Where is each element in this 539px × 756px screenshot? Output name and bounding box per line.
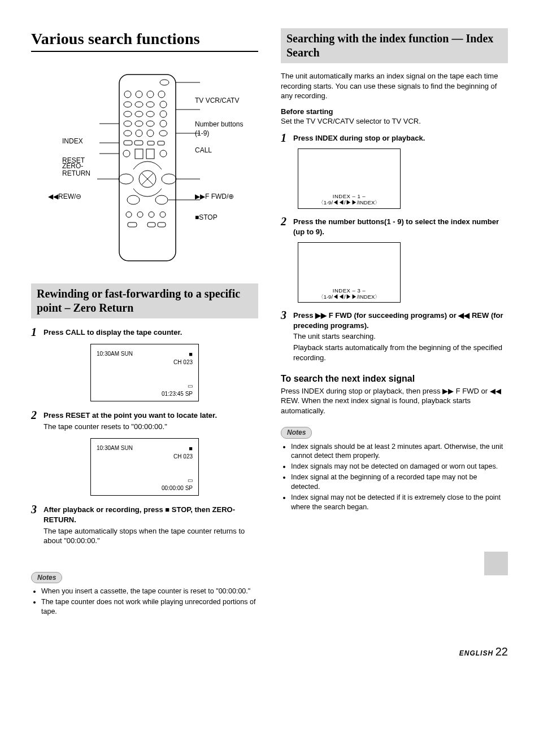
osd2-time: 10:30AM SUN <box>97 444 133 452</box>
label-tvvcrcatv: TV VCR/CATV <box>195 96 239 105</box>
thumb-icon <box>484 552 508 575</box>
footer-page-number: 22 <box>495 645 508 658</box>
svg-point-14 <box>124 121 132 126</box>
is-notes: Index signals should be at least 2 minut… <box>281 442 508 512</box>
svg-rect-41 <box>128 222 137 227</box>
zr-step-1: 1 Press CALL to display the tape counter… <box>31 326 258 339</box>
svg-point-36 <box>155 195 168 204</box>
is-notes-label: Notes <box>281 427 312 438</box>
cassette-icon: ▭ <box>188 383 193 389</box>
is-step3-b1: The unit starts searching. <box>293 331 508 342</box>
is-step3-b2: Playback starts automatically from the b… <box>293 343 508 362</box>
svg-rect-42 <box>147 222 155 227</box>
is-step3-lead: Press ▶▶ F FWD (for succeeding programs)… <box>293 311 508 330</box>
osd1-counter: 01:23:45 SP <box>162 391 193 397</box>
is-step-1: 1 Press INDEX during stop or playback. <box>281 132 508 145</box>
section-index-search-title: Searching with the index function — Inde… <box>281 28 508 63</box>
is-osd1-l2: 〈1-9/◀◀/▶▶/INDEX〉 <box>298 199 400 207</box>
svg-point-30 <box>119 174 133 184</box>
svg-point-1 <box>160 80 169 85</box>
svg-rect-23 <box>134 141 143 145</box>
osd2-counter: 00:00:00 SP <box>162 485 193 491</box>
zr-step2-body: The tape counter resets to "00:00:00." <box>44 422 258 432</box>
svg-point-2 <box>124 91 131 98</box>
svg-rect-28 <box>146 149 154 159</box>
footer-lang: ENGLISH <box>459 649 493 657</box>
is-note-2: Index signals may not be detected on dam… <box>291 462 508 471</box>
notes-label: Notes <box>31 572 62 583</box>
svg-point-18 <box>124 130 132 136</box>
is-osd-1: INDEX – 1 – 〈1-9/◀◀/▶▶/INDEX〉 <box>298 148 401 209</box>
svg-point-12 <box>146 111 154 117</box>
label-number-buttons: Number buttons (1-9) <box>195 120 246 138</box>
osd-1: 10:30AM SUN ■ CH 023 ▭ 01:23:45 SP <box>90 344 199 401</box>
svg-point-38 <box>137 212 143 217</box>
svg-point-7 <box>135 102 143 107</box>
svg-point-29 <box>160 150 167 157</box>
cassette-icon: ▭ <box>188 477 193 483</box>
svg-rect-43 <box>158 222 166 227</box>
is-step2-lead: Press the number buttons(1 - 9) to selec… <box>293 217 508 237</box>
is-step1-lead: Press INDEX during stop or playback. <box>293 133 508 143</box>
svg-point-39 <box>149 212 154 217</box>
svg-point-26 <box>123 150 130 157</box>
svg-point-35 <box>127 195 140 204</box>
is-note-1: Index signals should be at least 2 minut… <box>291 442 508 461</box>
before-body: Set the TV VCR/CATV selector to TV VCR. <box>281 117 421 125</box>
svg-point-4 <box>147 91 154 98</box>
osd-2: 10:30AM SUN ■ CH 023 ▭ 00:00:00 SP <box>90 438 199 496</box>
osd2-ch: CH 023 <box>173 453 193 460</box>
next-index-title: To search the next index signal <box>281 373 508 385</box>
svg-point-20 <box>147 130 154 137</box>
label-stop: ■STOP <box>195 213 218 222</box>
label-call: CALL <box>195 146 212 155</box>
zr-notes: When you insert a cassette, the tape cou… <box>31 587 258 617</box>
is-step-3: 3 Press ▶▶ F FWD (for succeeding program… <box>281 309 508 364</box>
stop-icon: ■ <box>189 445 193 452</box>
section-zero-return-title: Rewinding or fast-forwarding to a specif… <box>31 283 258 318</box>
zr-step-2: 2 Press RESET at the point you want to l… <box>31 409 258 432</box>
zr-step3-body: The tape automatically stops when the ta… <box>44 526 258 546</box>
svg-point-16 <box>146 121 154 126</box>
svg-point-17 <box>160 120 167 127</box>
is-note-3: Index signal at the beginning of a recor… <box>291 473 508 492</box>
stop-icon: ■ <box>189 351 193 357</box>
svg-point-19 <box>136 130 142 137</box>
osd1-ch: CH 023 <box>173 359 193 365</box>
zr-note-2: The tape counter does not work while pla… <box>41 597 258 617</box>
before-label: Before starting <box>281 107 333 116</box>
next-index-body: Press INDEX during stop or playback, the… <box>281 386 508 416</box>
label-rew: ◀◀REW/⊖ <box>48 192 81 201</box>
is-step-2: 2 Press the number buttons(1 - 9) to sel… <box>281 216 508 238</box>
svg-point-5 <box>158 91 165 98</box>
svg-point-37 <box>126 212 132 217</box>
svg-point-3 <box>136 91 142 98</box>
svg-point-21 <box>159 130 167 136</box>
svg-point-8 <box>146 102 154 107</box>
svg-rect-22 <box>124 141 132 145</box>
zr-step3-lead: After playback or recording, press ■ STO… <box>44 505 258 525</box>
svg-point-6 <box>124 102 132 107</box>
label-zero-return: ZERO-RETURN <box>62 163 96 177</box>
is-note-4: Index signal may not be detected if it i… <box>291 493 508 512</box>
is-osd-2: INDEX – 3 – 〈1-9/◀◀/▶▶/INDEX〉 <box>298 242 401 303</box>
zr-step2-lead: Press RESET at the point you want to loc… <box>44 410 258 421</box>
label-index: INDEX <box>62 137 83 146</box>
svg-rect-27 <box>135 149 143 159</box>
svg-point-9 <box>160 101 167 108</box>
page-footer: ENGLISH 22 <box>31 644 508 659</box>
is-intro: The unit automatically marks an index si… <box>281 71 508 101</box>
svg-point-40 <box>160 212 166 217</box>
zr-step-3: 3 After playback or recording, press ■ S… <box>31 504 258 547</box>
svg-point-13 <box>160 111 167 117</box>
page-title: Various search functions <box>31 28 258 52</box>
is-osd2-l2: 〈1-9/◀◀/▶▶/INDEX〉 <box>298 294 400 301</box>
svg-point-10 <box>124 111 132 117</box>
svg-rect-25 <box>158 141 164 145</box>
zr-step1-lead: Press CALL to display the tape counter. <box>44 327 258 338</box>
svg-point-11 <box>135 111 143 117</box>
svg-point-15 <box>135 121 143 126</box>
svg-rect-24 <box>147 141 154 145</box>
zr-note-1: When you insert a cassette, the tape cou… <box>41 587 258 596</box>
svg-point-31 <box>162 174 176 184</box>
